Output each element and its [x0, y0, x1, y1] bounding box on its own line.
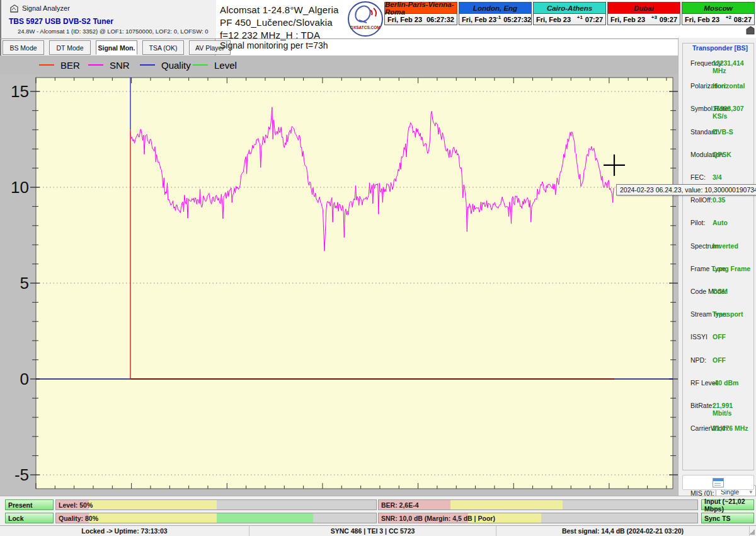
transponder-value: CCM	[713, 288, 728, 295]
clock-time: 08:27	[734, 16, 752, 23]
status-present: Present	[5, 499, 54, 510]
frequency-title: f=12 232 MHz_H : TDA	[220, 30, 320, 40]
legend-line-sample	[39, 64, 54, 66]
legend-item-level: Level	[193, 60, 237, 71]
transponder-value: 3/4	[713, 173, 722, 181]
clock-city: London, Eng	[459, 3, 531, 14]
monitoring-caption: Signal monitoring per t=73h	[220, 40, 328, 50]
app-icon	[10, 4, 18, 13]
signal-chart-panel: BERSNRQualityLevel 151050-5	[0, 55, 678, 496]
legend-line-sample	[193, 64, 208, 66]
bar-segment	[89, 513, 217, 523]
y-tick-label: 10	[4, 179, 29, 195]
tuner-details: 24.8W - Alcomsat 1 (ID: 3352) @ LOF1: 10…	[18, 28, 209, 35]
quality-bar-text: Quality: 80%	[59, 513, 98, 523]
legend-line-sample	[140, 64, 155, 66]
transponder-value: 12231,414 MHz	[713, 59, 753, 74]
bar-segment	[217, 500, 377, 510]
clock-city: Dubai	[608, 3, 680, 14]
clock-city: Moscow	[682, 3, 754, 14]
transponder-value: Auto	[713, 219, 728, 226]
legend-label: Level	[214, 60, 237, 71]
transponder-label: BitRate:	[690, 402, 714, 409]
clock-time: 09:27	[660, 16, 677, 23]
transponder-value: Transport	[713, 310, 743, 318]
satellite-title: Alcomsat 1-24.8°W_Algeria	[220, 4, 339, 15]
tuner-name: TBS 5927 USB DVB-S2 Tuner	[9, 17, 113, 26]
site-title: PF 450_Lučenec/Slovakia	[220, 17, 333, 28]
y-tick-label: 15	[4, 83, 29, 100]
status-lock: Lock	[5, 513, 54, 523]
transponder-label: Pilot:	[690, 219, 705, 226]
transponder-value: OFF	[713, 333, 726, 341]
bar-segment	[563, 500, 698, 510]
satellite-dish-icon	[349, 4, 382, 25]
clock-date: Fri, Feb 23	[462, 16, 496, 23]
transponder-value: 21,991 Mbit/s	[713, 402, 753, 417]
transponder-value: Inverted	[713, 242, 738, 250]
tab-tsa-ok[interactable]: TSA (OK)	[142, 40, 184, 55]
snr-bar: SNR: 10,0 dB (Margin: 4,5 dB | Poor)	[378, 513, 698, 523]
transponder-value: QPSK	[713, 151, 731, 158]
clock-time-row: Fri, Feb 23-105:27:32	[459, 14, 531, 25]
y-tick-label: 5	[4, 275, 29, 291]
legend-item-quality: Quality	[140, 60, 191, 71]
level-bar: Level: 50%	[55, 499, 377, 510]
clock-utc-offset: -1	[496, 15, 503, 20]
ber-bar-text: BER: 2,6E-4	[381, 500, 419, 510]
bar-segment	[313, 513, 377, 523]
clock-date: Fri, Feb 23	[536, 16, 571, 23]
divider	[0, 38, 678, 39]
transponder-value: DVB-S	[713, 128, 733, 136]
bar-segment	[89, 500, 217, 510]
transponder-label: FEC:	[690, 173, 706, 181]
legend-item-ber: BER	[39, 60, 80, 71]
transponder-sidebar: Transponder [BS] Frequency:12231,414 MHz…	[678, 38, 756, 496]
legend-line-sample	[88, 64, 103, 66]
clock-moscow: MoscowFri, Feb 23+208:27	[682, 2, 755, 25]
y-tick-label: 0	[4, 371, 29, 387]
bar-segment	[541, 513, 698, 523]
clock-time: 05:27:32	[503, 16, 531, 23]
quality-bar: Quality: 80%	[55, 513, 377, 523]
chart-legend: BERSNRQualityLevel	[0, 55, 678, 74]
clock-date: Fri, Feb 23	[685, 16, 719, 23]
transponder-value: Horizontal	[713, 82, 745, 90]
legend-label: SNR	[110, 60, 130, 71]
y-tick-label: -5	[4, 467, 29, 483]
chart-tooltip: 2024-02-23 06.24.23, value: 10,300000190…	[616, 184, 756, 195]
clock-cairo-athens: Cairo-AthensFri, Feb 23+107:27	[533, 2, 606, 25]
window-title: Signal Analyzer	[22, 4, 70, 12]
clock-city: Berlin-Paris-Vienna-Roma	[385, 3, 457, 14]
status-sync-ts: Sync TS	[701, 513, 754, 523]
transponder-groupbox: Transponder [BS] Frequency:12231,414 MHz…	[682, 43, 754, 470]
tab-dt-mode[interactable]: DT Mode	[49, 40, 91, 55]
tab-bs-mode[interactable]: BS Mode	[3, 40, 44, 55]
clock-utc-offset: +2	[719, 15, 734, 20]
legend-label: Quality	[161, 60, 191, 71]
transponder-value: -40 dBm	[713, 379, 738, 387]
resize-grip[interactable]	[750, 526, 756, 536]
transponder-label: NPD:	[690, 356, 706, 364]
level-bar-text: Level: 50%	[59, 500, 93, 510]
statusbar: Locked -> Uptime: 73:13:03 SYNC 486 | TE…	[0, 525, 756, 536]
tab-signal-mon[interactable]: Signal Mon.	[96, 40, 137, 55]
app-icon-small	[746, 25, 755, 35]
legend-item-snr: SNR	[88, 60, 130, 71]
bar-segment	[217, 513, 313, 523]
status-input: Input (~21,02 Mbps)	[701, 499, 754, 510]
transponder-label: RollOff:	[690, 196, 713, 204]
monitor-icon	[713, 478, 724, 487]
mode-tabs: BS ModeDT ModeSignal Mon.TSA (OK)AV Play…	[3, 40, 231, 55]
clock-city: Cairo-Athens	[534, 3, 605, 14]
clock-time: 07:27	[585, 16, 603, 23]
sidebar-tool-button[interactable]	[682, 475, 754, 490]
clock-london-eng: London, EngFri, Feb 23-105:27:32	[459, 2, 532, 25]
clock-date: Fri, Feb 23	[387, 16, 422, 23]
snr-bar-text: SNR: 10,0 dB (Margin: 4,5 dB | Poor)	[381, 513, 495, 523]
clock-time: 06:27:32	[427, 16, 454, 23]
transponder-title: Transponder [BS]	[690, 44, 750, 52]
dxsatcs-logo: DXSATCS.COM	[348, 1, 383, 37]
statusbar-best-signal: Best signal: 14,4 dB (2024-02-21 03:20)	[496, 526, 750, 536]
clock-time-row: Fri, Feb 23+309:27	[608, 14, 680, 25]
